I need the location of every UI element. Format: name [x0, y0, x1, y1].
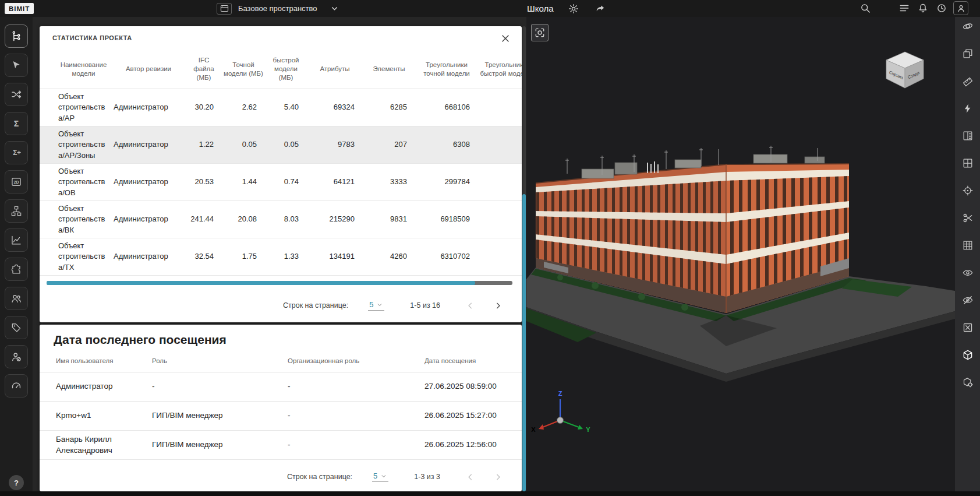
table-row[interactable]: Объект строительства/ТХ Администратор 32…	[40, 238, 522, 276]
section-tool-button[interactable]	[958, 126, 977, 145]
project-settings-button[interactable]	[567, 2, 581, 16]
focus-icon	[534, 27, 546, 38]
sidebar-tags-button[interactable]	[5, 316, 28, 339]
measure-tool-button[interactable]	[958, 72, 977, 90]
chevron-right-icon	[493, 472, 503, 482]
horizontal-scrollbar-thumb[interactable]	[47, 281, 475, 285]
lightning-icon	[962, 103, 974, 114]
show-elements-button[interactable]	[958, 263, 977, 282]
table-row[interactable]: Объект строительства/АР/Зоны Администрат…	[40, 126, 522, 164]
last-visit-panel: Дата последнего посещения Имя пользовате…	[40, 325, 522, 491]
notifications-button[interactable]	[916, 1, 930, 15]
rows-per-page-label: Строк на странице:	[283, 301, 348, 309]
target-icon	[962, 185, 974, 196]
next-page-button[interactable]	[491, 470, 504, 483]
locate-button[interactable]	[958, 181, 977, 199]
sidebar-relations-button[interactable]	[5, 83, 28, 106]
column-header: Элементы	[363, 50, 415, 89]
close-panel-button[interactable]	[500, 32, 512, 45]
focus-view-button[interactable]	[531, 24, 549, 41]
panel-header: СТАТИСТИКА ПРОЕКТА	[40, 26, 522, 50]
clip-tool-button[interactable]	[958, 209, 977, 227]
sidebar-model-tree-button[interactable]	[5, 24, 28, 48]
box-x-icon	[962, 322, 974, 333]
eye-off-icon	[962, 294, 974, 306]
split-view-button[interactable]	[958, 154, 977, 172]
sidebar-sum-button[interactable]	[5, 112, 28, 135]
orbit-icon	[962, 20, 974, 32]
grid-table-button[interactable]	[958, 236, 977, 254]
table-row[interactable]: Объект строительства/ВК Администратор 24…	[40, 201, 522, 238]
hide-elements-button[interactable]	[958, 291, 977, 309]
sidebar-users-button[interactable]	[5, 287, 28, 310]
cube-icon	[962, 349, 974, 361]
viewer-3d[interactable]: Z Y X Справа Сзади	[526, 17, 955, 491]
table-row[interactable]: Объект строительства/ОВ Администратор 20…	[40, 164, 522, 201]
cell-author: Администратор	[111, 89, 186, 126]
column-header: Точной модели (МБ)	[222, 50, 265, 89]
orbit-tool-button[interactable]	[958, 17, 977, 35]
column-header: Роль	[152, 350, 288, 372]
axis-gizmo[interactable]: Z Y X	[531, 390, 590, 433]
panel-scrollbar-thumb[interactable]	[522, 194, 526, 491]
cell-visit-date: 26.06.2025 12:56:00	[424, 431, 508, 459]
rows-per-page-value: 5	[369, 300, 373, 309]
column-header: Треугольники точной модели	[415, 50, 478, 89]
table-row[interactable]: Объект строительства/АР Администратор 30…	[40, 89, 522, 126]
list-icon	[898, 2, 910, 14]
prev-page-button[interactable]	[464, 470, 476, 483]
users-icon	[10, 293, 22, 304]
sidebar-dashboard-button[interactable]	[5, 374, 28, 397]
rows-per-page-select[interactable]: 5	[368, 300, 384, 311]
gear-icon	[568, 3, 579, 15]
next-page-button[interactable]	[491, 299, 504, 312]
viewport-scene[interactable]: Z Y X Справа Сзади	[526, 17, 955, 491]
workspace-selector[interactable]: Базовое пространство	[217, 0, 339, 17]
sidebar-charts-button[interactable]	[5, 228, 28, 252]
sidebar-structure-button[interactable]	[5, 199, 28, 223]
prev-page-button[interactable]	[464, 299, 476, 312]
sidebar-2d-view-button[interactable]	[5, 170, 28, 194]
model-tree-icon	[10, 30, 22, 42]
page-range: 1-5 из 16	[410, 301, 440, 309]
cube-view-button[interactable]	[958, 346, 977, 364]
section-title: Дата последнего посещения	[40, 325, 522, 350]
share-button[interactable]	[593, 2, 607, 16]
app-logo[interactable]: BIMIT	[5, 3, 34, 14]
cell: 207	[363, 126, 415, 163]
view-settings-button[interactable]	[958, 373, 977, 391]
help-button[interactable]: ?	[9, 475, 24, 490]
cell: 32.54	[186, 238, 222, 275]
quick-model-button[interactable]	[958, 99, 977, 117]
cell: 5.40	[265, 89, 307, 126]
cell: 30.20	[186, 89, 222, 126]
table-row[interactable]: Банарь Кирилл Александрович ГИП/BIM мене…	[40, 431, 522, 460]
sidebar-sum-add-button[interactable]	[5, 141, 28, 164]
profile-button[interactable]	[953, 1, 968, 15]
table-grid-icon	[962, 240, 974, 251]
cell: 1.33	[265, 238, 307, 275]
layers-tool-button[interactable]	[958, 44, 977, 62]
table-row[interactable]: Kpmo+w1 ГИП/BIM менеджер - 26.06.2025 15…	[40, 402, 522, 431]
chevron-down-icon[interactable]	[330, 3, 339, 13]
history-button[interactable]	[935, 1, 949, 15]
cell: 134191	[307, 238, 363, 275]
rows-per-page-select[interactable]: 5	[372, 472, 388, 482]
sidebar-user-roles-button[interactable]	[5, 345, 28, 368]
cell: 1.44	[222, 164, 265, 200]
cell: 0.05	[265, 126, 307, 163]
cell: 0.74	[265, 164, 307, 200]
isolate-button[interactable]	[958, 318, 977, 336]
view-cube[interactable]: Справа Сзади	[886, 52, 924, 88]
sidebar-plugins-button[interactable]	[5, 258, 28, 281]
stats-pagination: Строк на странице: 5 1-5 из 16	[40, 289, 522, 322]
task-list-button[interactable]	[897, 1, 911, 15]
search-button[interactable]	[858, 1, 872, 15]
horizontal-scrollbar[interactable]	[47, 281, 512, 285]
cell: 64121	[307, 164, 363, 200]
chevron-left-icon	[465, 301, 475, 311]
cell: 668106	[415, 89, 478, 126]
table-row[interactable]: Администратор - - 27.06.2025 08:59:00	[40, 372, 522, 402]
2d-icon	[10, 176, 22, 188]
sidebar-select-button[interactable]	[5, 54, 28, 77]
